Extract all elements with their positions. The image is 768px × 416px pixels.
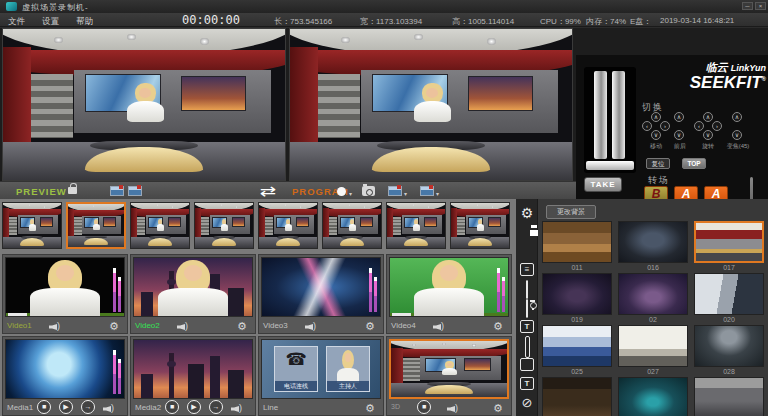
host-line-card[interactable]: 主持人 <box>326 346 370 392</box>
move-up-button[interactable]: ∧ <box>651 112 661 122</box>
overlay-caret-icon[interactable]: ▾ <box>436 190 439 197</box>
scene-thumb-011[interactable] <box>542 221 612 263</box>
speaker-icon[interactable] <box>305 322 317 332</box>
move-down-button[interactable]: ∨ <box>651 130 661 140</box>
speaker-icon[interactable] <box>231 404 243 414</box>
settings-gear-icon[interactable]: ⚙ <box>109 321 119 332</box>
snapshot-a-icon[interactable] <box>110 186 124 196</box>
playlist-icon[interactable]: ≡ <box>519 262 535 278</box>
top-button[interactable]: TOP <box>682 158 706 169</box>
subtitle-tool-icon[interactable]: T <box>519 376 535 392</box>
take-button[interactable]: TAKE <box>584 177 622 192</box>
scene-thumb-partial-3[interactable] <box>694 377 764 416</box>
frame-icon[interactable] <box>519 357 535 373</box>
folder-button[interactable]: ■ <box>417 400 431 414</box>
zoom-out-button[interactable]: ∨ <box>732 130 742 140</box>
camera-angle-thumb-1[interactable] <box>2 202 62 249</box>
disable-icon[interactable]: ⊘ <box>519 395 535 411</box>
media2-label: Media2 <box>135 403 161 412</box>
camera-angle-thumb-7[interactable] <box>386 202 446 249</box>
next-button[interactable]: → <box>81 400 95 414</box>
settings-gear-icon[interactable]: ⚙ <box>365 403 375 414</box>
export-caret-icon[interactable]: ▾ <box>404 190 407 197</box>
swap-preview-program-button[interactable]: ⇄ <box>246 182 291 200</box>
video1-thumbnail[interactable] <box>5 257 125 317</box>
scene-thumb-019[interactable] <box>542 273 612 315</box>
camera-angle-thumb-5[interactable] <box>258 202 318 249</box>
scene-thumb-020[interactable] <box>694 273 764 315</box>
stop-button[interactable]: ■ <box>165 400 179 414</box>
menu-item-file[interactable]: 文件 <box>8 16 25 28</box>
t-bar-handle-right[interactable] <box>612 71 625 159</box>
speaker-icon[interactable] <box>447 404 459 414</box>
camera-angle-thumb-4[interactable] <box>194 202 254 249</box>
screenshot-camera-button[interactable] <box>362 186 375 196</box>
layout-grid-icon[interactable] <box>519 243 535 259</box>
menu-item-settings[interactable]: 设置 <box>42 16 59 28</box>
minimize-button[interactable]: ─ <box>742 2 753 10</box>
camera-angle-thumb-6[interactable] <box>322 202 382 249</box>
video4-thumbnail[interactable] <box>389 257 509 317</box>
light-bulb-icon[interactable] <box>519 300 535 316</box>
record-button[interactable] <box>337 187 346 196</box>
speaker-icon[interactable] <box>177 322 189 332</box>
phone-line-card[interactable]: ☎ 电话连线 <box>274 346 318 392</box>
t-bar-fader[interactable] <box>584 67 636 173</box>
speaker-icon[interactable] <box>49 322 61 332</box>
scene-thumb-partial-1[interactable] <box>542 377 612 416</box>
text-tool-icon[interactable]: T <box>519 319 535 335</box>
move-left-button[interactable]: ‹ <box>642 121 652 131</box>
speaker-icon[interactable] <box>103 404 115 414</box>
layers-icon[interactable] <box>519 338 535 354</box>
media2-thumbnail[interactable] <box>133 339 253 399</box>
rotate-down-button[interactable]: ∨ <box>703 130 713 140</box>
depth-forward-button[interactable]: ∧ <box>674 112 684 122</box>
scene-thumb-02[interactable] <box>618 273 688 315</box>
scene-thumb-partial-2[interactable] <box>618 377 688 416</box>
t-bar-handle-left[interactable] <box>594 71 607 159</box>
snapshot-b-icon[interactable] <box>128 186 142 196</box>
monitor-icon[interactable] <box>519 281 535 297</box>
record-caret-icon[interactable]: ▾ <box>349 190 352 197</box>
save-icon[interactable] <box>519 224 535 240</box>
camera-angle-thumb-8[interactable] <box>450 202 510 249</box>
play-button[interactable]: ▶ <box>59 400 73 414</box>
zoom-in-button[interactable]: ∧ <box>732 112 742 122</box>
speaker-icon[interactable] <box>433 322 445 332</box>
camera-angle-thumb-2-selected[interactable] <box>66 202 126 249</box>
export-image-button[interactable] <box>388 186 402 196</box>
scene-thumb-025[interactable] <box>542 325 612 367</box>
move-right-button[interactable]: › <box>660 121 670 131</box>
settings-gear-icon[interactable]: ⚙ <box>237 321 247 332</box>
scene-thumb-017-selected[interactable] <box>694 221 764 263</box>
preview-monitor[interactable] <box>2 28 286 181</box>
video1-label: Video1 <box>7 321 32 330</box>
menu-item-help[interactable]: 帮助 <box>76 16 93 28</box>
video3-thumbnail[interactable] <box>261 257 381 317</box>
rotate-right-button[interactable]: › <box>712 121 722 131</box>
media1-thumbnail[interactable] <box>5 339 125 399</box>
change-background-tab[interactable]: 更改背景 <box>546 205 596 219</box>
program-monitor[interactable] <box>289 28 573 181</box>
play-button[interactable]: ▶ <box>187 400 201 414</box>
camera-angle-thumb-3[interactable] <box>130 202 190 249</box>
settings-gear-icon[interactable]: ⚙ <box>519 205 535 221</box>
scene-thumb-027[interactable] <box>618 325 688 367</box>
settings-gear-icon[interactable]: ⚙ <box>365 321 375 332</box>
lock-icon[interactable] <box>68 187 77 194</box>
settings-gear-icon[interactable]: ⚙ <box>493 321 503 332</box>
next-button[interactable]: → <box>209 400 223 414</box>
video2-thumbnail[interactable] <box>133 257 253 317</box>
settings-gear-icon[interactable]: ⚙ <box>493 403 503 414</box>
overlay-image-button[interactable] <box>420 186 434 196</box>
preview-label: PREVIEW <box>16 186 67 197</box>
rotate-up-button[interactable]: ∧ <box>703 112 713 122</box>
rotate-left-button[interactable]: ‹ <box>694 121 704 131</box>
reset-button[interactable]: 复位 <box>646 158 670 169</box>
stop-button[interactable]: ■ <box>37 400 51 414</box>
scene-thumb-016[interactable] <box>618 221 688 263</box>
close-button[interactable]: × <box>755 2 766 10</box>
scene-thumb-028[interactable] <box>694 325 764 367</box>
depth-back-button[interactable]: ∨ <box>674 130 684 140</box>
scene3d-preview[interactable] <box>389 339 509 399</box>
